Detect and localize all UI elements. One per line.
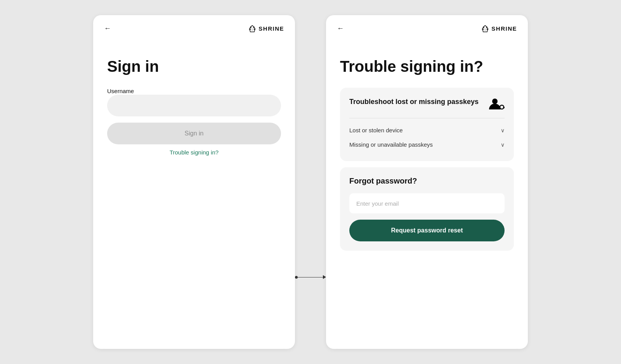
lost-device-item[interactable]: Lost or stolen device ∨ bbox=[349, 123, 505, 137]
trouble-header: ← SHRINE bbox=[326, 15, 528, 40]
lost-device-chevron: ∨ bbox=[501, 127, 505, 133]
passkey-card: Troubleshoot lost or missing passkeys bbox=[340, 88, 514, 161]
email-input[interactable] bbox=[349, 193, 505, 213]
trouble-title: Trouble signing in? bbox=[340, 57, 514, 75]
svg-point-0 bbox=[492, 99, 498, 104]
signin-screen: ← SHRINE Sign in Username Sign in Troubl… bbox=[93, 15, 295, 349]
forgot-password-card: Forgot password? Request password reset bbox=[340, 167, 514, 251]
passkey-card-header: Troubleshoot lost or missing passkeys bbox=[349, 97, 505, 112]
username-label: Username bbox=[107, 88, 134, 94]
svg-point-1 bbox=[500, 105, 504, 109]
trouble-screen: ← SHRINE Trouble signing in? Troubleshoo… bbox=[326, 15, 528, 349]
missing-passkeys-item[interactable]: Missing or unavailable passkeys ∨ bbox=[349, 137, 505, 152]
forgot-password-title: Forgot password? bbox=[349, 177, 505, 185]
passkey-card-title: Troubleshoot lost or missing passkeys bbox=[349, 97, 484, 106]
missing-passkeys-label: Missing or unavailable passkeys bbox=[349, 141, 433, 148]
screens-container: ← SHRINE Sign in Username Sign in Troubl… bbox=[93, 15, 528, 349]
passkey-icon bbox=[489, 98, 505, 112]
trouble-logo: SHRINE bbox=[481, 25, 517, 33]
signin-logo: SHRINE bbox=[248, 25, 284, 33]
signin-logo-text: SHRINE bbox=[258, 25, 284, 32]
passkey-divider bbox=[349, 118, 505, 118]
signin-button[interactable]: Sign in bbox=[107, 123, 281, 144]
shrine-logo-icon bbox=[248, 25, 256, 33]
missing-passkeys-chevron: ∨ bbox=[501, 142, 505, 148]
signin-header: ← SHRINE bbox=[93, 15, 295, 40]
username-input[interactable] bbox=[107, 95, 281, 116]
lost-device-label: Lost or stolen device bbox=[349, 127, 403, 133]
trouble-content: Trouble signing in? Troubleshoot lost or… bbox=[326, 40, 528, 266]
request-reset-button[interactable]: Request password reset bbox=[349, 220, 505, 241]
svg-rect-4 bbox=[504, 107, 505, 108]
shrine-logo-icon-right bbox=[481, 25, 489, 33]
arrow-connector-area bbox=[295, 15, 326, 349]
arrow-head bbox=[323, 275, 326, 279]
trouble-back-button[interactable]: ← bbox=[337, 24, 344, 33]
arrow-dot bbox=[295, 276, 298, 279]
trouble-signing-in-link[interactable]: Trouble signing in? bbox=[107, 149, 281, 156]
signin-back-button[interactable]: ← bbox=[104, 24, 111, 33]
signin-title: Sign in bbox=[107, 57, 281, 75]
signin-content: Sign in Username Sign in Trouble signing… bbox=[93, 40, 295, 171]
trouble-logo-text: SHRINE bbox=[491, 25, 517, 32]
arrow-line bbox=[298, 277, 323, 277]
